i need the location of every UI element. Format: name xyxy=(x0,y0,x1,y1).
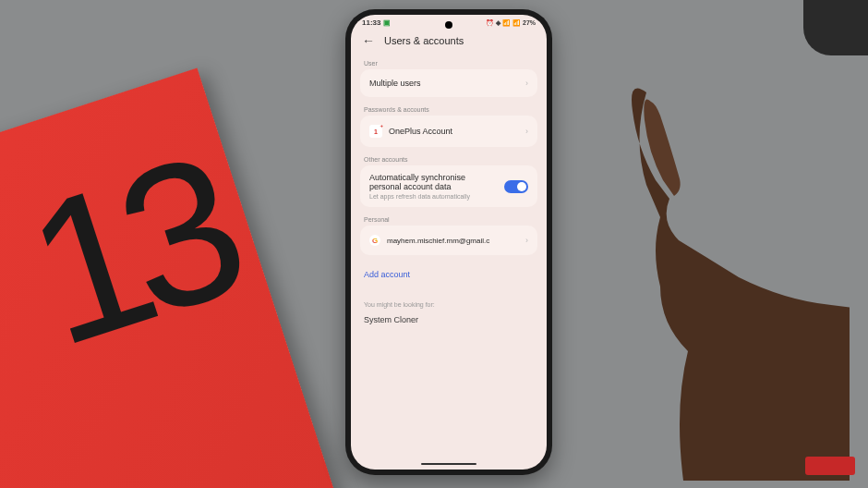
home-indicator[interactable] xyxy=(421,463,476,466)
google-icon: G xyxy=(369,235,380,246)
sync-subtitle: Let apps refresh data automatically xyxy=(369,193,497,200)
section-label-user: User xyxy=(360,56,537,69)
status-time: 11:33 xyxy=(362,18,380,27)
page-title: Users & accounts xyxy=(384,35,464,46)
oneplus-account-row[interactable]: OnePlus Account › xyxy=(360,116,537,147)
page-header: ← Users & accounts xyxy=(351,29,547,56)
row-label: OnePlus Account xyxy=(389,127,452,136)
signal-icon: 📶 xyxy=(512,19,521,27)
status-icons: ⏰ ◈ 📶 📶 27% xyxy=(486,19,536,27)
section-label-other: Other accounts xyxy=(360,152,537,165)
auto-sync-row[interactable]: Automatically synchronise personal accou… xyxy=(360,165,537,207)
subscribe-badge xyxy=(805,457,855,475)
background-object xyxy=(803,0,868,55)
app-indicator-icon: ▣ xyxy=(383,18,391,27)
wifi-icon: ◈ xyxy=(496,19,500,27)
box-number: 13 xyxy=(3,112,255,393)
google-account-row[interactable]: G mayhem.mischief.mm@gmail.c › xyxy=(360,226,537,255)
phone-device: 11:33 ▣ ⏰ ◈ 📶 📶 27% ← Users & accounts U… xyxy=(345,9,552,475)
alarm-icon: ⏰ xyxy=(486,19,494,27)
oneplus-icon xyxy=(369,125,382,138)
sync-toggle[interactable] xyxy=(504,180,528,193)
battery-text: 27% xyxy=(523,19,536,26)
signal-icon: 📶 xyxy=(502,19,511,27)
system-cloner-row[interactable]: System Cloner xyxy=(364,315,534,324)
looking-for-label: You might be looking for: xyxy=(364,301,534,308)
chevron-right-icon: › xyxy=(525,236,528,245)
product-box: 13 xyxy=(0,68,340,488)
chevron-right-icon: › xyxy=(525,79,528,88)
add-account-button[interactable]: Add account xyxy=(360,261,537,288)
back-arrow-icon[interactable]: ← xyxy=(362,34,375,47)
phone-screen: 11:33 ▣ ⏰ ◈ 📶 📶 27% ← Users & accounts U… xyxy=(351,15,547,470)
sync-title: Automatically synchronise personal accou… xyxy=(369,173,497,191)
account-email: mayhem.mischief.mm@gmail.c xyxy=(387,237,489,245)
section-label-passwords: Passwords & accounts xyxy=(360,103,537,116)
section-label-personal: Personal xyxy=(360,213,537,226)
row-label: Multiple users xyxy=(369,79,421,88)
chevron-right-icon: › xyxy=(525,127,528,136)
multiple-users-row[interactable]: Multiple users › xyxy=(360,69,537,97)
camera-hole xyxy=(445,21,452,29)
